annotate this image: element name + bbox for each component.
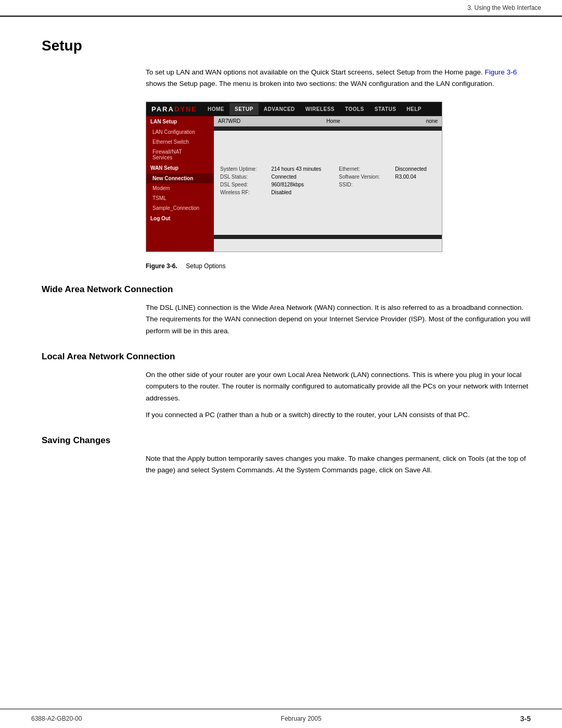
ssid-label: SSID: <box>337 181 393 189</box>
footer-right: 3-5 <box>520 714 531 723</box>
breadcrumb: 3. Using the Web Interface <box>467 4 541 11</box>
main-content: Setup To set up LAN and WAN options not … <box>0 17 562 512</box>
section-wan: Wide Area Network Connection The DSL (LI… <box>42 284 531 337</box>
sidebar-tsml[interactable]: TSML <box>146 193 214 203</box>
router-navbar: PARADYNE HOME SETUP ADVANCED WIRELESS TO… <box>146 102 442 116</box>
software-value: R3.00.04 <box>393 173 438 181</box>
uptime-label: System Uptime: <box>218 165 269 173</box>
nav-wireless[interactable]: WIRELESS <box>300 103 340 115</box>
wan-title: Wide Area Network Connection <box>42 284 531 295</box>
sidebar-lan-setup-header: LAN Setup <box>146 116 214 127</box>
wan-text: The DSL (LINE) connection is the Wide Ar… <box>146 302 531 337</box>
figure-link[interactable]: Figure 3-6 <box>485 68 517 76</box>
nav-advanced[interactable]: ADVANCED <box>259 103 300 115</box>
ethernet-value: Disconnected <box>393 165 438 173</box>
sidebar-ethernet-switch[interactable]: Ethernet Switch <box>146 137 214 147</box>
nav-home[interactable]: HOME <box>202 103 229 115</box>
page-header: 3. Using the Web Interface <box>0 0 562 17</box>
intro-text1: To set up LAN and WAN options not availa… <box>146 68 483 76</box>
router-black-bar-bottom <box>214 235 442 239</box>
page-footer: 6388-A2-GB20-00 February 2005 3-5 <box>0 709 562 728</box>
software-label: Software Version: <box>337 173 393 181</box>
wireless-value: Disabled <box>269 189 337 196</box>
router-user: none <box>426 118 438 124</box>
router-logo: PARADYNE <box>146 102 202 116</box>
sidebar-modem[interactable]: Modem <box>146 183 214 193</box>
wireless-label: Wireless RF: <box>218 189 269 196</box>
lan-text1: On the other side of your router are you… <box>146 369 531 404</box>
sidebar-sample-connection[interactable]: Sample_Connection <box>146 203 214 213</box>
router-black-bar-top <box>214 127 442 131</box>
router-model: AR7WRD <box>218 118 240 124</box>
sidebar-wan-setup-header: WAN Setup <box>146 162 214 173</box>
router-body: LAN Setup LAN Configuration Ethernet Swi… <box>146 116 442 252</box>
router-main-panel: AR7WRD Home none System Uptime: 214 hour… <box>214 116 442 252</box>
lan-text2: If you connected a PC (rather than a hub… <box>146 409 531 421</box>
nav-tools[interactable]: TOOLS <box>340 103 369 115</box>
footer-left: 6388-A2-GB20-00 <box>31 715 82 722</box>
figure-caption: Figure 3-6. Setup Options <box>146 262 531 270</box>
nav-help[interactable]: HELP <box>401 103 427 115</box>
intro-text2: shows the Setup page. The menu is broken… <box>146 80 494 87</box>
router-top-bar: AR7WRD Home none <box>214 116 442 127</box>
nav-items: HOME SETUP ADVANCED WIRELESS TOOLS STATU… <box>202 103 442 115</box>
ssid-value <box>393 181 438 189</box>
router-page: Home <box>326 118 340 124</box>
sidebar-lan-config[interactable]: LAN Configuration <box>146 127 214 137</box>
router-ui-mockup: PARADYNE HOME SETUP ADVANCED WIRELESS TO… <box>146 102 442 252</box>
figure-text: Setup Options <box>186 262 225 270</box>
uptime-value: 214 hours 43 minutes <box>269 165 337 173</box>
sidebar-new-connection[interactable]: New Connection <box>146 173 214 183</box>
nav-setup[interactable]: SETUP <box>229 103 259 115</box>
sidebar-firewall-nat[interactable]: Firewall/NATServices <box>146 147 214 162</box>
figure-number: Figure 3-6. <box>146 262 177 270</box>
logo-text: PARADYNE <box>151 105 197 113</box>
page-title: Setup <box>42 37 531 54</box>
router-content: System Uptime: 214 hours 43 minutes Ethe… <box>214 131 442 235</box>
status-table: System Uptime: 214 hours 43 minutes Ethe… <box>218 165 438 196</box>
saving-text: Note that the Apply button temporarily s… <box>146 453 531 476</box>
router-sidebar: LAN Setup LAN Configuration Ethernet Swi… <box>146 116 214 252</box>
dsl-status-value: Connected <box>269 173 337 181</box>
dsl-speed-value: 960/8128kbps <box>269 181 337 189</box>
ethernet-label: Ethernet: <box>337 165 393 173</box>
lan-title: Local Area Network Connection <box>42 352 531 362</box>
section-saving: Saving Changes Note that the Apply butto… <box>42 435 531 476</box>
saving-title: Saving Changes <box>42 435 531 446</box>
section-lan: Local Area Network Connection On the oth… <box>42 352 531 421</box>
dsl-speed-label: DSL Speed: <box>218 181 269 189</box>
dsl-status-label: DSL Status: <box>218 173 269 181</box>
intro-paragraph: To set up LAN and WAN options not availa… <box>146 67 531 89</box>
sidebar-log-out[interactable]: Log Out <box>146 213 214 224</box>
nav-status[interactable]: STATUS <box>369 103 402 115</box>
footer-center: February 2005 <box>281 715 322 722</box>
